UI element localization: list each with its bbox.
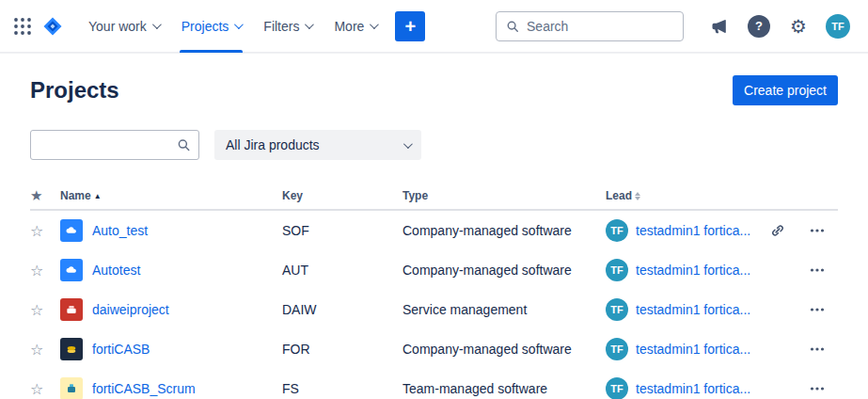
announcement-button[interactable] [704,11,734,41]
lead-avatar: TF [606,338,628,360]
nav-item-filters[interactable]: Filters [252,0,323,53]
project-name-link[interactable]: Auto_test [92,223,148,238]
favorite-star-icon[interactable]: ☆ [30,341,60,359]
lead-avatar: TF [606,377,628,399]
project-lead-cell: TF testadmin1 fortica... [606,338,765,360]
project-type: Company-managed software [402,223,606,238]
create-project-button[interactable]: Create project [733,75,838,105]
project-key: FOR [282,342,402,357]
projects-page: Projects Create project All Jira product… [0,53,868,399]
column-header-name[interactable]: Name ▲ [60,189,282,202]
project-type: Service management [402,302,606,317]
nav-utility-icons: ? ⚙ TF [704,11,853,41]
global-search-input[interactable] [527,19,673,34]
settings-button[interactable]: ⚙ [783,11,813,41]
create-quick-button[interactable]: + [395,11,425,41]
megaphone-icon [710,17,729,36]
project-filter-search[interactable] [30,130,199,160]
table-header-row: ★ Name ▲ Key Type Lead [30,183,838,211]
nav-item-label: More [334,19,364,34]
table-row: ☆ Autotest AUT Company-managed software … [30,250,838,290]
table-row: ☆ Auto_test SOF Company-managed software… [30,211,838,250]
project-name-link[interactable]: Autotest [92,263,140,278]
page-title: Projects [30,77,119,104]
lead-link[interactable]: testadmin1 fortica... [636,302,750,317]
favorite-star-icon[interactable]: ☆ [30,301,60,319]
search-icon [506,19,519,34]
project-name-link[interactable]: daiweiproject [92,302,169,317]
star-column-header-icon[interactable]: ★ [30,187,60,204]
project-filter-input[interactable] [40,137,177,152]
lead-avatar: TF [606,298,628,321]
jira-logo[interactable] [38,11,68,41]
project-name-link[interactable]: fortiCASB_Scrum [92,381,196,396]
project-avatar-icon [60,219,83,242]
project-key: FS [282,381,402,396]
profile-button[interactable]: TF [823,11,853,41]
nav-item-label: Projects [181,19,229,34]
app-switcher-button[interactable] [8,11,38,41]
projects-table: ★ Name ▲ Key Type Lead ☆ [30,183,838,399]
project-key: DAIW [282,302,402,317]
global-search[interactable] [496,11,684,41]
jira-logo-icon [41,15,64,38]
link-icon [769,222,786,239]
column-header-lead[interactable]: Lead [606,189,765,202]
favorite-star-icon[interactable]: ☆ [30,262,60,279]
project-name-cell: fortiCASB_Scrum [60,377,282,399]
project-lead-cell: TF testadmin1 fortica... [606,219,765,242]
row-actions-button[interactable] [804,257,830,283]
project-name-link[interactable]: fortiCASB [92,342,150,357]
project-name-cell: Auto_test [60,219,282,242]
project-type: Company-managed software [402,263,606,278]
more-options-icon [809,341,826,358]
project-url-button[interactable] [765,217,791,244]
lead-link[interactable]: testadmin1 fortica... [636,223,750,238]
chevron-down-icon [370,20,379,29]
nav-item-label: Your work [88,19,147,34]
row-actions-button[interactable] [804,336,830,362]
more-options-icon [809,301,826,318]
product-filter-dropdown[interactable]: All Jira products [214,130,421,160]
lead-avatar: TF [606,259,628,281]
gear-icon: ⚙ [790,17,807,36]
sort-ascending-icon: ▲ [94,192,102,200]
nav-item-more[interactable]: More [323,0,387,53]
help-button[interactable]: ? [744,11,774,41]
sort-toggle-icon [635,192,640,200]
row-actions-button[interactable] [804,217,830,244]
product-filter-value: All Jira products [226,137,320,152]
lead-link[interactable]: testadmin1 fortica... [636,342,750,357]
project-lead-cell: TF testadmin1 fortica... [606,377,765,399]
chevron-down-icon [234,20,244,29]
project-key: SOF [282,223,402,238]
plus-icon: + [405,16,417,37]
project-lead-cell: TF testadmin1 fortica... [606,259,765,281]
row-actions-button[interactable] [804,296,830,323]
lead-link[interactable]: testadmin1 fortica... [636,381,750,396]
project-name-cell: fortiCASB [60,338,282,360]
primary-nav: Your work Projects Filters More [77,0,387,53]
project-avatar-icon [60,338,83,360]
project-avatar-icon [60,377,83,399]
favorite-star-icon[interactable]: ☆ [30,380,60,398]
column-header-type[interactable]: Type [402,189,606,202]
chevron-down-icon [305,20,314,29]
column-header-key[interactable]: Key [282,189,402,202]
project-name-cell: Autotest [60,259,282,281]
top-navigation: Your work Projects Filters More + [0,0,868,53]
help-icon: ? [748,15,770,38]
nav-item-projects[interactable]: Projects [170,0,253,53]
app-switcher-grid-icon [13,17,32,36]
more-options-icon [809,262,826,279]
lead-avatar: TF [606,219,628,242]
project-type: Company-managed software [402,342,606,357]
page-header: Projects Create project [30,75,838,105]
nav-item-your-work[interactable]: Your work [77,0,170,53]
lead-link[interactable]: testadmin1 fortica... [636,263,750,278]
chevron-down-icon [403,139,413,149]
row-actions-button[interactable] [804,375,830,399]
project-avatar-icon [60,298,83,321]
favorite-star-icon[interactable]: ☆ [30,222,60,240]
more-options-icon [809,380,826,397]
